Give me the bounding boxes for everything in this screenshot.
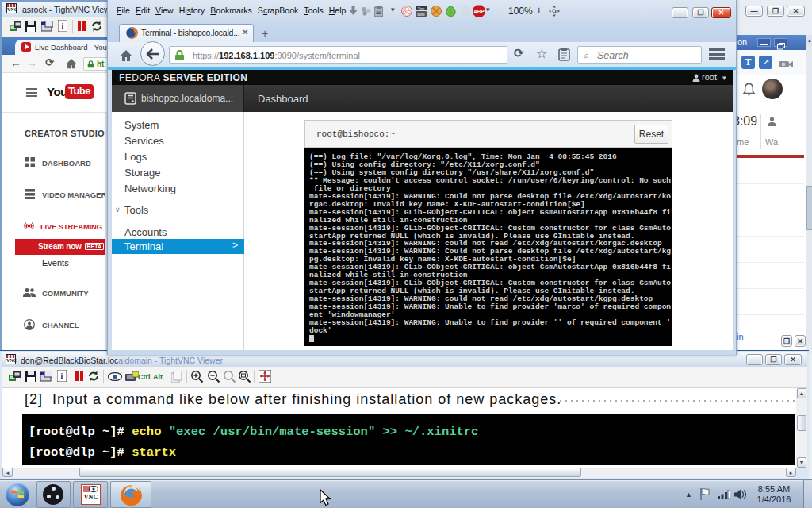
svg-text:i: i [61,371,63,380]
svg-text:ABP: ABP [473,9,485,14]
svg-text:i: i [62,21,64,30]
svg-text:You: You [418,6,425,11]
svg-text:tube: tube [417,12,425,17]
